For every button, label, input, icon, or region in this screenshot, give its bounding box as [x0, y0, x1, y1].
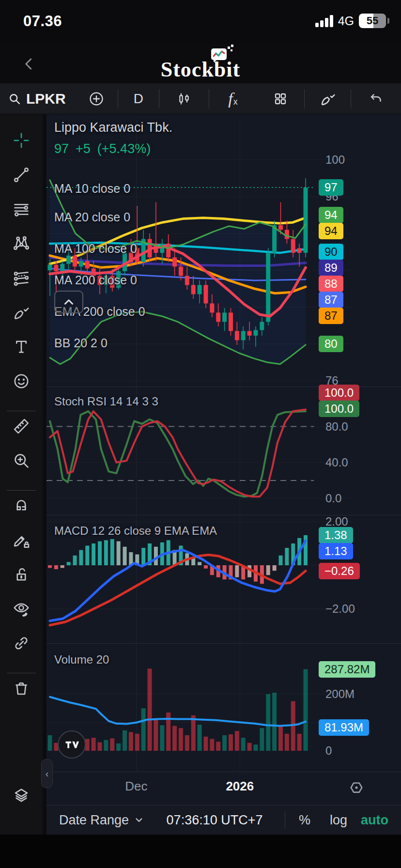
sidebar-collapse-handle[interactable]: ‹	[41, 759, 53, 788]
axis-tick: 2.00	[325, 515, 348, 528]
signal-strength-icon	[315, 15, 333, 27]
axis-tick: −2.00	[325, 602, 355, 616]
tool-crosshair[interactable]	[0, 124, 43, 156]
parallel-channel-icon	[13, 269, 30, 287]
layout-grid-button[interactable]	[256, 83, 304, 114]
axis-tick: 100	[325, 153, 345, 167]
tool-trend-line[interactable]	[0, 159, 43, 191]
status-clock: 07.36	[23, 13, 62, 30]
indicators-button[interactable]: fx	[209, 83, 256, 114]
macd-title[interactable]: MACD 12 26 close 9 EMA EMA	[54, 524, 217, 538]
log-scale-button[interactable]: log	[321, 813, 356, 828]
percent-scale-button[interactable]: %	[285, 813, 321, 828]
tool-drawing-lock[interactable]	[0, 524, 43, 556]
battery-nub	[387, 18, 389, 24]
tool-emoji[interactable]	[0, 365, 43, 397]
compare-add-button[interactable]	[76, 83, 118, 114]
price-badge: 94	[319, 207, 343, 223]
stockbit-chart-screen: 07.36 4G 55 Stockbit	[0, 0, 401, 868]
drawing-lock-icon	[13, 531, 30, 549]
search-icon	[8, 92, 21, 106]
price-badge: 100.0	[319, 401, 359, 417]
price-badge: 287.82M	[319, 661, 375, 678]
brush-check-icon	[320, 91, 336, 107]
undo-icon	[369, 91, 384, 107]
axis-tick: 0	[325, 744, 332, 758]
symbol-label: LPKR	[26, 91, 66, 107]
price-badge: 100.0	[319, 385, 359, 401]
price-badge: 80	[319, 336, 343, 352]
price-change-row: 97 +5 (+5.43%)	[54, 141, 151, 156]
draw-button[interactable]	[305, 83, 351, 114]
text-tool-icon	[13, 338, 30, 356]
tool-xabcd-pattern[interactable]	[0, 228, 43, 260]
collapse-legend-button[interactable]	[54, 291, 83, 313]
price-badge: 1.13	[319, 543, 353, 559]
zoom-in-icon	[13, 452, 30, 469]
brush-icon	[13, 304, 30, 321]
interval-label: D	[134, 91, 143, 107]
fx-icon: f	[228, 90, 232, 108]
price-change: +5	[76, 141, 91, 156]
tool-ruler[interactable]	[0, 410, 43, 442]
auto-scale-button[interactable]: auto	[356, 813, 401, 828]
trash-icon	[13, 680, 30, 697]
tool-magnet[interactable]	[0, 490, 43, 522]
collapse-glyph: ‹	[46, 768, 49, 779]
tool-link-drawings[interactable]	[0, 627, 43, 659]
price-badge: 87	[319, 292, 343, 308]
hexagon-settings-icon	[348, 779, 365, 796]
chart-type-button[interactable]	[159, 83, 209, 114]
status-bar: 07.36 4G 55	[0, 0, 401, 44]
chart-clock[interactable]: 07:36:10 UTC+7	[144, 813, 285, 828]
chart-bottom-bar: Date Range 07:36:10 UTC+7 % log auto	[46, 805, 401, 835]
layers-icon	[13, 787, 30, 804]
battery-percent: 55	[359, 14, 386, 28]
status-indicators: 4G 55	[315, 12, 389, 30]
price-badge: 94	[319, 223, 343, 239]
stoch-title[interactable]: Stoch RSI 14 14 3 3	[54, 395, 158, 408]
price-badge: 1.38	[319, 527, 353, 543]
indicator-legend-ma200[interactable]: MA 200 close 0	[54, 273, 137, 287]
time-axis-label[interactable]: Dec	[125, 779, 147, 794]
lock-open-icon	[13, 566, 30, 583]
indicator-legend-ma20[interactable]: MA 20 close 0	[54, 210, 130, 224]
interval-button[interactable]: D	[118, 83, 159, 114]
tool-hide-drawings[interactable]	[0, 593, 43, 625]
emoji-icon	[13, 372, 30, 390]
tool-parallel-channel[interactable]	[0, 262, 43, 294]
pane-separator[interactable]	[46, 643, 401, 644]
crosshair-icon	[13, 132, 30, 149]
xabcd-pattern-icon	[13, 235, 30, 252]
time-axis-label[interactable]: 2026	[226, 779, 254, 794]
tool-trash[interactable]	[0, 672, 43, 704]
chart-toolbar: LPKR D fx	[0, 83, 401, 114]
hide-drawings-icon	[13, 600, 30, 618]
link-drawings-icon	[13, 635, 30, 652]
indicator-legend-bb[interactable]: BB 20 2 0	[54, 336, 108, 350]
tradingview-logo[interactable]	[58, 730, 86, 759]
app-logo: Stockbit	[0, 44, 401, 83]
undo-button[interactable]	[351, 83, 401, 114]
tool-layers[interactable]	[0, 779, 43, 811]
tool-brush[interactable]	[0, 296, 43, 328]
drawing-tools-sidebar	[0, 114, 43, 835]
battery-icon: 55	[359, 14, 386, 28]
fx-icon-x: x	[233, 97, 238, 107]
axis-separator	[46, 772, 401, 772]
volume-title[interactable]: Volume 20	[54, 653, 109, 666]
axis-settings-button[interactable]	[345, 776, 368, 799]
date-range-button[interactable]: Date Range	[46, 813, 144, 828]
tool-text-tool[interactable]	[0, 331, 43, 363]
indicator-legend-ma100[interactable]: MA 100 close 0	[54, 242, 137, 256]
chevron-up-icon	[62, 296, 75, 309]
candlestick-icon	[176, 91, 192, 107]
indicator-legend-ma10[interactable]: MA 10 close 0	[54, 182, 130, 196]
symbol-search-button[interactable]: LPKR	[0, 83, 76, 114]
price-badge: 81.93M	[319, 719, 369, 736]
symbol-title: Lippo Karawaci Tbk.	[54, 120, 172, 135]
tool-zoom-in[interactable]	[0, 445, 43, 477]
axis-tick: 40.0	[325, 456, 348, 469]
tool-horizontal-lines[interactable]	[0, 193, 43, 225]
tool-lock-open[interactable]	[0, 558, 43, 590]
